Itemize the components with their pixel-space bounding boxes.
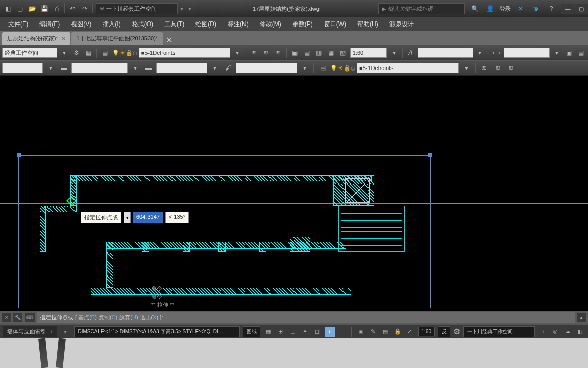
- menu-tools[interactable]: 工具(T): [159, 18, 189, 31]
- menu-yuanquan[interactable]: 源泉设计: [384, 18, 419, 31]
- grid-icon[interactable]: ▦: [83, 47, 93, 58]
- workspace-dropdown[interactable]: 一卜川经典工作空间: [96, 3, 178, 14]
- locate-icon[interactable]: ◎: [550, 327, 560, 337]
- bulb-icon[interactable]: 💡: [112, 50, 119, 56]
- layout-tab[interactable]: 墙体与立面索引+: [3, 326, 57, 337]
- layer-filter-icon[interactable]: ≋: [249, 47, 259, 58]
- tab-close-icon[interactable]: ✕: [61, 36, 65, 41]
- menu-insert[interactable]: 插入(I): [97, 18, 126, 31]
- textstyle-combo[interactable]: [418, 48, 473, 58]
- osnap-toggle-icon[interactable]: ◻: [312, 327, 323, 337]
- sc-icon[interactable]: ▤: [380, 327, 390, 337]
- menu-help[interactable]: 帮助(H): [352, 18, 383, 31]
- undo-icon[interactable]: ↶: [67, 3, 78, 14]
- color-combo[interactable]: [2, 63, 43, 73]
- cloud-icon[interactable]: ☁: [562, 327, 573, 337]
- status-workspace[interactable]: 一卜川经典工作空间: [463, 326, 535, 337]
- layer-combo[interactable]: ■ 5-1Defroints: [139, 48, 231, 58]
- quickprops-icon[interactable]: ✎: [368, 327, 378, 337]
- minimize-button[interactable]: —: [561, 4, 574, 14]
- cmdline-expand-icon[interactable]: ▲: [577, 313, 586, 322]
- maximize-button[interactable]: ▢: [575, 4, 588, 14]
- linetype-icon[interactable]: ▬: [58, 62, 69, 74]
- plotstyle-icon[interactable]: 🖌: [223, 62, 234, 74]
- menu-draw[interactable]: 绘图(D): [190, 18, 222, 31]
- plus-icon[interactable]: +: [538, 327, 548, 337]
- tray-icon[interactable]: ◧: [575, 327, 585, 337]
- lineweight-combo[interactable]: [156, 63, 207, 73]
- app-icon[interactable]: ◧: [2, 3, 13, 14]
- dyn-dropdown-icon[interactable]: ▾: [124, 212, 131, 223]
- annoscale-lock-icon[interactable]: 🔒: [393, 327, 403, 337]
- workspace-dd-arrow[interactable]: ▾: [178, 5, 186, 12]
- menu-parametric[interactable]: 参数(P): [287, 18, 318, 31]
- ortho-toggle-icon[interactable]: ∟: [288, 327, 298, 337]
- new-icon[interactable]: ▢: [14, 3, 26, 14]
- dimstyle-combo[interactable]: [504, 48, 550, 58]
- dim-icon[interactable]: ⟷: [492, 47, 502, 58]
- login-link[interactable]: 登录: [500, 5, 511, 13]
- dyn-angle-input[interactable]: < 135°: [165, 212, 189, 223]
- model-icon[interactable]: ▣: [356, 327, 366, 337]
- lineweight-icon[interactable]: ▬: [143, 62, 154, 74]
- help-icon[interactable]: ?: [546, 3, 557, 14]
- lock-icon[interactable]: 🔓: [126, 50, 133, 56]
- layer-props2-icon[interactable]: ▤: [317, 62, 328, 74]
- tb-icon-c[interactable]: ▥: [314, 47, 324, 58]
- menu-view[interactable]: 视图(V): [66, 18, 96, 31]
- text-style-icon[interactable]: A: [406, 47, 416, 58]
- exchange-icon[interactable]: ✕: [515, 3, 526, 14]
- dd-arrow-icon[interactable]: ▾: [59, 47, 69, 58]
- menu-modify[interactable]: 修改(M): [255, 18, 286, 31]
- layout-menu-icon[interactable]: ▾: [60, 326, 71, 337]
- layer-combo-2[interactable]: ■ 5-1Defroints: [357, 63, 459, 73]
- cmdline-wrench-icon[interactable]: 🔧: [13, 313, 22, 322]
- qat-customize[interactable]: ▾: [186, 5, 194, 12]
- help-search[interactable]: 键入关键字或短语: [378, 3, 465, 14]
- snap-toggle-icon[interactable]: ⊞: [276, 327, 286, 337]
- open-icon[interactable]: 📂: [27, 3, 38, 14]
- layer-filter2-icon[interactable]: ≋: [479, 62, 490, 74]
- tb-icon-d[interactable]: ▦: [326, 47, 336, 58]
- layer-props-icon[interactable]: ▤: [100, 47, 110, 58]
- layer-iso-icon[interactable]: ≋: [261, 47, 271, 58]
- menu-edit[interactable]: 编辑(E): [34, 18, 65, 31]
- save-icon[interactable]: 💾: [39, 3, 50, 14]
- tb-icon-g[interactable]: ▤: [576, 47, 586, 58]
- tb-icon-a[interactable]: ▣: [290, 47, 300, 58]
- menu-dimension[interactable]: 标注(N): [223, 18, 254, 31]
- gear2-icon[interactable]: ⚙: [453, 327, 460, 336]
- drawing-canvas[interactable]: 命令: 命令: ** 拉伸 **: [0, 76, 588, 311]
- tb-icon-b[interactable]: ▤: [302, 47, 312, 58]
- grid-toggle-icon[interactable]: ▦: [263, 327, 274, 337]
- layer-walk2-icon[interactable]: ≋: [505, 62, 517, 74]
- tb-icon-e[interactable]: ▧: [338, 47, 348, 58]
- menu-window[interactable]: 窗口(W): [319, 18, 351, 31]
- annoscale-icon[interactable]: ⤢: [405, 327, 415, 337]
- dyn-toggle-icon[interactable]: +: [325, 327, 335, 337]
- dyn-distance-input[interactable]: 604.3147: [133, 212, 163, 223]
- polar-toggle-icon[interactable]: ✦: [300, 327, 310, 337]
- sun-icon[interactable]: ☀: [120, 50, 125, 56]
- menu-format[interactable]: 格式(O): [127, 18, 158, 31]
- linetype-combo[interactable]: [71, 63, 128, 73]
- plotstyle-combo[interactable]: [236, 63, 297, 73]
- lwt-toggle-icon[interactable]: ≡: [337, 327, 347, 337]
- signin-icon[interactable]: 👤: [484, 3, 496, 14]
- gear-icon[interactable]: ⚙: [71, 47, 82, 58]
- tab-doc2[interactable]: 1十七层尊享汇平面图(2013530)*: [71, 32, 163, 45]
- tab-doc1[interactable]: 层原始结构(扮家家)*✕: [2, 32, 70, 45]
- plot-icon[interactable]: ⎙: [133, 50, 137, 56]
- layer-iso2-icon[interactable]: ≋: [492, 62, 503, 74]
- status-tab-tuzhi[interactable]: 图纸: [243, 326, 260, 337]
- command-input[interactable]: 指定拉伸点或 [ 基点(B) 复制(C) 放弃(U) 退出(X) ]:: [37, 312, 575, 323]
- cmdline-close-icon[interactable]: ✕: [2, 313, 11, 322]
- tab-new-button[interactable]: ✕: [164, 35, 174, 45]
- status-scale[interactable]: 1:60: [418, 327, 435, 336]
- saveas-icon[interactable]: ⎙: [51, 3, 62, 14]
- menu-file[interactable]: 文件(F): [3, 18, 33, 31]
- layer-walk-icon[interactable]: ≋: [273, 47, 283, 58]
- redo-icon[interactable]: ↷: [79, 3, 90, 14]
- tb-icon-f[interactable]: ▣: [564, 47, 574, 58]
- status-fan[interactable]: 反: [438, 326, 450, 337]
